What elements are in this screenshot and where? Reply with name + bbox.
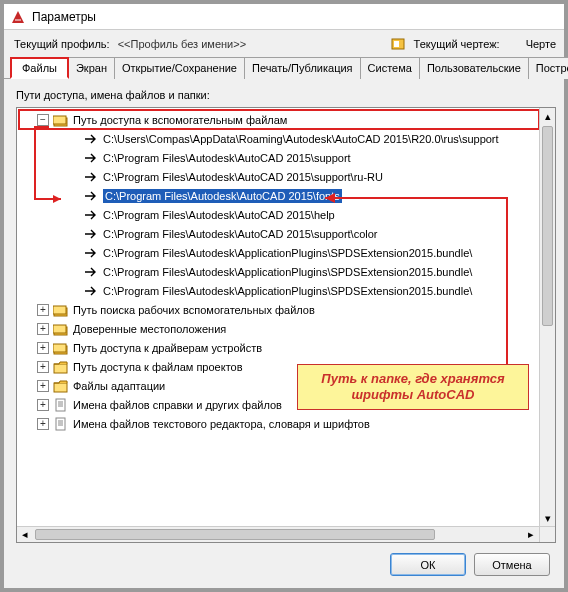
svg-rect-10 <box>54 364 67 373</box>
svg-rect-1 <box>394 41 399 47</box>
spacer <box>67 152 79 164</box>
tab-display[interactable]: Экран <box>68 57 115 79</box>
expand-icon[interactable]: + <box>37 361 49 373</box>
tree-node[interactable]: +Путь поиска рабочих вспомогательных фай… <box>19 300 539 319</box>
folder-stack-icon <box>53 113 69 127</box>
tab-files[interactable]: Файлы <box>10 57 69 79</box>
annotation-note: Путь к папке, где хранятся шрифты AutoCA… <box>297 364 529 410</box>
dialog-footer: ОК Отмена <box>4 543 564 588</box>
tree-leaf-label: C:\Program Files\Autodesk\AutoCAD 2015\s… <box>103 171 383 183</box>
options-dialog: Параметры Текущий профиль: <<Профиль без… <box>0 0 568 592</box>
expand-icon[interactable]: + <box>37 323 49 335</box>
tree-leaf-path[interactable]: C:\Users\Compas\AppData\Roaming\Autodesk… <box>19 129 539 148</box>
expand-icon[interactable]: + <box>37 418 49 430</box>
tree-leaf-label: C:\Program Files\Autodesk\AutoCAD 2015\f… <box>103 189 342 203</box>
tree-node-label: Путь доступа к драйверам устройств <box>73 342 262 354</box>
tree-leaf-path[interactable]: C:\Program Files\Autodesk\AutoCAD 2015\s… <box>19 167 539 186</box>
folder-icon <box>53 417 69 431</box>
tree-leaf-path[interactable]: C:\Program Files\Autodesk\AutoCAD 2015\f… <box>19 186 539 205</box>
expand-icon[interactable]: + <box>37 342 49 354</box>
path-arrow-icon <box>83 284 99 298</box>
tree[interactable]: − Путь доступа к вспомогательным файлам … <box>17 108 539 526</box>
svg-rect-9 <box>53 344 66 352</box>
horizontal-scrollbar[interactable]: ◂ ▸ <box>17 526 539 542</box>
scroll-left-icon[interactable]: ◂ <box>17 527 33 542</box>
cancel-button[interactable]: Отмена <box>474 553 550 576</box>
tree-node-label: Файлы адаптации <box>73 380 165 392</box>
spacer <box>67 228 79 240</box>
current-profile-value: <<Профиль без имени>> <box>118 38 390 50</box>
expand-icon[interactable]: + <box>37 304 49 316</box>
profile-row: Текущий профиль: <<Профиль без имени>> Т… <box>4 30 564 56</box>
tab-user[interactable]: Пользовательские <box>419 57 529 79</box>
svg-rect-7 <box>53 325 66 333</box>
tree-node-label: Путь доступа к вспомогательным файлам <box>73 114 287 126</box>
spacer <box>67 285 79 297</box>
svg-rect-11 <box>54 383 67 392</box>
scroll-corner <box>539 526 555 542</box>
tree-leaf-label: C:\Program Files\Autodesk\ApplicationPlu… <box>103 285 472 297</box>
path-arrow-icon <box>83 151 99 165</box>
tab-system[interactable]: Система <box>360 57 420 79</box>
tree-node[interactable]: +Имена файлов текстового редактора, слов… <box>19 414 539 433</box>
path-arrow-icon <box>83 227 99 241</box>
titlebar[interactable]: Параметры <box>4 4 564 30</box>
current-drawing-label: Текущий чертеж: <box>414 38 500 50</box>
tree-leaf-label: C:\Program Files\Autodesk\ApplicationPlu… <box>103 266 472 278</box>
current-profile-label: Текущий профиль: <box>14 38 110 50</box>
scroll-thumb[interactable] <box>35 529 435 540</box>
svg-rect-3 <box>53 116 66 124</box>
scroll-up-icon[interactable]: ▴ <box>540 108 555 124</box>
app-icon <box>10 9 26 25</box>
tree-leaf-label: C:\Program Files\Autodesk\AutoCAD 2015\h… <box>103 209 335 221</box>
ok-button[interactable]: ОК <box>390 553 466 576</box>
tree-leaf-label: C:\Program Files\Autodesk\AutoCAD 2015\s… <box>103 228 378 240</box>
tree-leaf-path[interactable]: C:\Program Files\Autodesk\AutoCAD 2015\s… <box>19 148 539 167</box>
tree-container: − Путь доступа к вспомогательным файлам … <box>16 107 556 543</box>
tree-leaf-path[interactable]: C:\Program Files\Autodesk\AutoCAD 2015\s… <box>19 224 539 243</box>
tree-node-label: Имена файлов справки и других файлов <box>73 399 282 411</box>
path-arrow-icon <box>83 246 99 260</box>
path-arrow-icon <box>83 189 99 203</box>
svg-rect-5 <box>53 306 66 314</box>
tree-node[interactable]: +Путь доступа к драйверам устройств <box>19 338 539 357</box>
path-arrow-icon <box>83 265 99 279</box>
tab-open-save[interactable]: Открытие/Сохранение <box>114 57 245 79</box>
spacer <box>67 266 79 278</box>
path-arrow-icon <box>83 132 99 146</box>
scroll-down-icon[interactable]: ▾ <box>540 510 555 526</box>
spacer <box>67 209 79 221</box>
svg-rect-13 <box>56 418 65 430</box>
path-arrow-icon <box>83 208 99 222</box>
tree-leaf-path[interactable]: C:\Program Files\Autodesk\ApplicationPlu… <box>19 243 539 262</box>
tab-drafting[interactable]: Постро <box>528 57 568 79</box>
tree-leaf-label: C:\Users\Compas\AppData\Roaming\Autodesk… <box>103 133 499 145</box>
expand-icon[interactable]: + <box>37 380 49 392</box>
tree-node[interactable]: +Доверенные местоположения <box>19 319 539 338</box>
tree-node-support-path[interactable]: − Путь доступа к вспомогательным файлам <box>19 110 539 129</box>
folder-icon <box>53 379 69 393</box>
expand-icon[interactable]: + <box>37 399 49 411</box>
scroll-thumb[interactable] <box>542 126 553 326</box>
window-title: Параметры <box>32 10 96 24</box>
tree-leaf-path[interactable]: C:\Program Files\Autodesk\ApplicationPlu… <box>19 262 539 281</box>
section-label: Пути доступа, имена файлов и папки: <box>16 89 556 101</box>
tree-leaf-path[interactable]: C:\Program Files\Autodesk\AutoCAD 2015\h… <box>19 205 539 224</box>
tree-node-label: Доверенные местоположения <box>73 323 226 335</box>
spacer <box>67 171 79 183</box>
tree-leaf-path[interactable]: C:\Program Files\Autodesk\ApplicationPlu… <box>19 281 539 300</box>
tree-leaf-label: C:\Program Files\Autodesk\ApplicationPlu… <box>103 247 472 259</box>
tabs: Файлы Экран Открытие/Сохранение Печать/П… <box>4 56 564 79</box>
drawing-icon <box>390 36 406 52</box>
tab-print[interactable]: Печать/Публикация <box>244 57 361 79</box>
vertical-scrollbar[interactable]: ▴ ▾ <box>539 108 555 526</box>
path-arrow-icon <box>83 170 99 184</box>
spacer <box>67 247 79 259</box>
tree-leaf-label: C:\Program Files\Autodesk\AutoCAD 2015\s… <box>103 152 351 164</box>
tree-node-label: Имена файлов текстового редактора, слова… <box>73 418 370 430</box>
scroll-right-icon[interactable]: ▸ <box>523 527 539 542</box>
collapse-icon[interactable]: − <box>37 114 49 126</box>
svg-rect-12 <box>56 399 65 411</box>
folder-icon <box>53 360 69 374</box>
content-area: Пути доступа, имена файлов и папки: − Пу… <box>4 79 564 543</box>
